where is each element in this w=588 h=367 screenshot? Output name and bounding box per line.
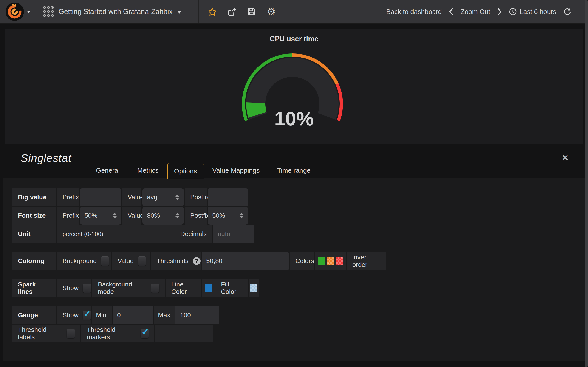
thresholds-input[interactable] bbox=[202, 252, 289, 270]
threshold-labels-checkbox[interactable] bbox=[67, 329, 75, 338]
clock-icon bbox=[509, 8, 517, 16]
background-label: Background bbox=[62, 257, 97, 265]
decimals-input-wrap bbox=[213, 225, 254, 243]
tab-options[interactable]: Options bbox=[167, 163, 204, 179]
dashboard-title-dropdown[interactable]: Getting Started with Grafana-Zabbix bbox=[36, 0, 199, 23]
chevron-left-icon[interactable] bbox=[449, 8, 454, 16]
back-to-dashboard-button[interactable]: Back to dashboard bbox=[386, 8, 442, 16]
threshold-color-swatch-orange[interactable] bbox=[327, 257, 334, 265]
gauge-show-cell: Show bbox=[57, 306, 91, 324]
prefix-font-size-select[interactable]: 50% bbox=[80, 207, 121, 225]
decimals-input[interactable] bbox=[213, 225, 254, 243]
show-label: Show bbox=[62, 311, 78, 319]
postfix-font-size-select[interactable]: 50% bbox=[208, 207, 248, 225]
prefix-label: Prefix bbox=[57, 188, 79, 206]
chevron-right-icon[interactable] bbox=[497, 8, 502, 16]
threshold-markers-label: Threshold markers bbox=[87, 326, 137, 341]
editor-tabs: General Metrics Options Value Mappings T… bbox=[87, 162, 319, 178]
spark-show-checkbox[interactable] bbox=[83, 284, 91, 293]
time-range-picker[interactable]: Last 6 hours bbox=[509, 8, 556, 16]
spark-show-cell: Show bbox=[57, 279, 91, 297]
save-icon[interactable] bbox=[247, 8, 256, 16]
max-input[interactable] bbox=[175, 306, 219, 324]
gauge-value: 10% bbox=[5, 107, 583, 130]
background-mode-label: Background mode bbox=[98, 281, 147, 295]
big-value-prefix-input-wrap bbox=[80, 188, 121, 206]
threshold-color-swatch-red[interactable] bbox=[336, 257, 343, 265]
share-icon[interactable] bbox=[228, 8, 236, 16]
value-size-value: 80% bbox=[147, 212, 160, 219]
fill-color-cell bbox=[249, 279, 259, 297]
tab-time-range[interactable]: Time range bbox=[268, 162, 319, 178]
help-icon[interactable]: ? bbox=[193, 257, 200, 265]
tab-metrics[interactable]: Metrics bbox=[128, 162, 167, 178]
big-value-row: Big value Prefix Value avg Postfix bbox=[12, 188, 585, 206]
time-range-label: Last 6 hours bbox=[519, 8, 556, 16]
min-input[interactable] bbox=[112, 306, 153, 324]
decimals-label: Decimals bbox=[180, 230, 207, 238]
chevron-down-icon bbox=[178, 11, 181, 14]
coloring-value-cell: Value bbox=[112, 252, 150, 270]
select-arrows-icon bbox=[113, 213, 117, 218]
refresh-icon[interactable] bbox=[563, 8, 571, 16]
big-value-postfix-input-wrap bbox=[208, 188, 248, 206]
colors-label: Colors bbox=[290, 252, 314, 270]
grafana-menu-button[interactable] bbox=[0, 0, 36, 23]
dashboard-grid-icon bbox=[43, 6, 53, 17]
line-color-swatch[interactable] bbox=[205, 284, 212, 292]
value-checkbox[interactable] bbox=[138, 257, 146, 266]
threshold-labels-cell: Threshold labels bbox=[12, 325, 80, 342]
panel-title[interactable]: CPU user time bbox=[5, 35, 583, 43]
threshold-markers-checkbox[interactable] bbox=[141, 329, 149, 338]
options-tab-content: Big value Prefix Value avg Postfix Font … bbox=[3, 178, 585, 361]
background-mode-checkbox[interactable] bbox=[151, 284, 159, 293]
tab-general[interactable]: General bbox=[87, 162, 128, 178]
threshold-color-swatch-green[interactable] bbox=[318, 257, 325, 265]
font-size-label: Font size bbox=[12, 207, 56, 225]
background-checkbox[interactable] bbox=[101, 257, 109, 266]
gauge-row: Gauge Show Min Max bbox=[12, 306, 585, 324]
value-label: Value bbox=[122, 207, 141, 225]
value-font-size-select[interactable]: 80% bbox=[142, 207, 184, 225]
gauge-group: Gauge Show Min Max Threshold labels bbox=[12, 306, 585, 342]
unit-label: Unit bbox=[12, 225, 56, 243]
grafana-logo-icon bbox=[5, 2, 24, 21]
close-icon[interactable]: × bbox=[562, 152, 568, 163]
empty-cell bbox=[155, 325, 213, 342]
line-color-label: Line Color bbox=[166, 279, 201, 297]
invert-order-link[interactable]: invert order bbox=[347, 252, 386, 270]
max-input-wrap bbox=[175, 306, 219, 324]
threshold-labels-label: Threshold labels bbox=[18, 326, 62, 341]
invert-order-label: invert order bbox=[352, 254, 380, 268]
scrollbar-thumb[interactable] bbox=[585, 0, 588, 367]
max-label: Max bbox=[154, 306, 174, 324]
page-scrollbar[interactable] bbox=[585, 0, 588, 367]
top-navbar: Getting Started with Grafana-Zabbix ⚙ Ba… bbox=[0, 0, 585, 24]
thresholds-label: Thresholds bbox=[157, 257, 189, 265]
gear-icon[interactable]: ⚙ bbox=[267, 7, 276, 17]
fill-color-swatch[interactable] bbox=[250, 284, 257, 292]
star-icon[interactable] bbox=[208, 8, 216, 16]
gauge-show-checkbox[interactable] bbox=[83, 311, 91, 320]
value-label: Value bbox=[122, 188, 141, 206]
prefix-size-value: 50% bbox=[85, 212, 97, 219]
big-value-prefix-input[interactable] bbox=[80, 188, 121, 206]
stat-select-value: avg bbox=[147, 194, 157, 201]
unit-dropdown[interactable]: percent (0-100) bbox=[62, 231, 103, 238]
postfix-label: Postfix bbox=[185, 207, 207, 225]
select-arrows-icon bbox=[175, 213, 179, 218]
spark-lines-group: Spark lines Show Background mode Line Co… bbox=[12, 279, 585, 297]
value-label: Value bbox=[118, 257, 134, 265]
postfix-label: Postfix bbox=[185, 188, 207, 206]
select-arrows-icon bbox=[240, 213, 243, 218]
big-value-postfix-input[interactable] bbox=[208, 188, 248, 206]
threshold-markers-cell: Threshold markers bbox=[81, 325, 154, 342]
singlestat-panel: CPU user time 10% bbox=[5, 29, 583, 144]
tab-value-mappings[interactable]: Value Mappings bbox=[204, 162, 268, 178]
coloring-background-cell: Background bbox=[57, 252, 111, 270]
chevron-down-icon bbox=[27, 10, 31, 13]
editor-header: Singlestat General Metrics Options Value… bbox=[3, 144, 585, 178]
show-label: Show bbox=[62, 284, 78, 292]
big-value-stat-select[interactable]: avg bbox=[142, 188, 184, 206]
zoom-out-button[interactable]: Zoom Out bbox=[460, 8, 490, 16]
